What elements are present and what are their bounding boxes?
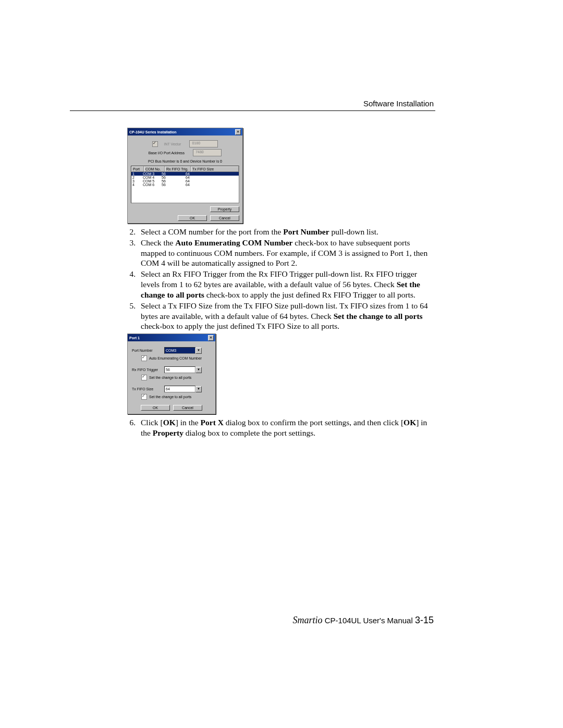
rx-fifo-dropdown[interactable]: 56 ▼ <box>164 366 202 373</box>
col-txfifo: Tx FIFO Size <box>191 166 239 172</box>
footer-product: CP-104UL User's Manual <box>323 616 415 625</box>
page-header: Software Installation <box>363 99 434 108</box>
ports-table: Port COM No. Rx FIFO Trig. Tx FIFO Size … <box>131 166 239 203</box>
chevron-down-icon[interactable]: ▼ <box>195 386 202 392</box>
table-row[interactable]: 3 COM 5 56 64 <box>131 179 239 183</box>
step-2: Select a COM number for the port from th… <box>138 227 435 237</box>
page: Software Installation CP-104U Series Ins… <box>0 0 563 728</box>
base-io-field: 7480 <box>193 149 222 156</box>
dialog-title: CP-104U Series Installation <box>129 130 177 134</box>
content: CP-104U Series Installation × INT Vector… <box>120 128 435 438</box>
int-vector-field: 0180 <box>189 140 218 147</box>
auto-enum-checkbox[interactable] <box>141 355 147 361</box>
tx-fifo-dropdown[interactable]: 64 ▼ <box>164 386 202 392</box>
dialog-titlebar: Port 1 × <box>128 334 215 341</box>
tx-fifo-label: Tx FIFO Size <box>132 387 164 391</box>
cancel-button[interactable]: Cancel <box>210 215 239 221</box>
cancel-button[interactable]: Cancel <box>173 405 202 411</box>
instruction-list-cont: Click [OK] in the Port X dialog box to c… <box>120 417 435 438</box>
property-button[interactable]: Property <box>210 206 239 212</box>
col-port: Port <box>131 166 144 172</box>
tx-apply-all-label: Set the change to all ports <box>149 395 191 399</box>
instruction-list: Select a COM number for the port from th… <box>120 227 435 331</box>
dialog-titlebar: CP-104U Series Installation × <box>128 128 242 135</box>
step-5: Select a Tx FIFO Size from the Tx FIFO S… <box>138 301 435 331</box>
header-rule <box>70 110 435 111</box>
port-dialog: Port 1 × Port Number COM3 ▼ Auto Enumera… <box>127 334 216 414</box>
table-row[interactable]: 2 COM 4 56 64 <box>131 176 239 179</box>
port-number-label: Port Number <box>132 349 164 352</box>
installation-dialog: CP-104U Series Installation × INT Vector… <box>127 128 243 224</box>
close-icon[interactable]: × <box>235 129 241 135</box>
col-comno: COM No. <box>144 166 165 172</box>
table-row[interactable]: 4 COM 6 56 64 <box>131 183 239 187</box>
pci-bus-text: PCI Bus Number is 0 and Device Number is… <box>148 159 222 163</box>
page-footer: Smartio CP-104UL User's Manual 3-15 <box>293 615 434 626</box>
int-vector-checkbox <box>152 141 158 147</box>
base-io-label: Base I/O Port Address <box>149 151 185 155</box>
step-3: Check the Auto Enumerating COM Number ch… <box>138 238 435 268</box>
chevron-down-icon[interactable]: ▼ <box>195 348 202 354</box>
close-icon[interactable]: × <box>208 335 214 341</box>
step-6: Click [OK] in the Port X dialog box to c… <box>138 417 435 438</box>
rx-fifo-label: Rx FIFO Trigger <box>132 368 164 372</box>
rx-apply-all-label: Set the change to all ports <box>149 376 191 379</box>
auto-enum-label: Auto Enumerating COM Number <box>149 356 202 360</box>
ok-button[interactable]: OK <box>178 215 207 221</box>
step-4: Select an Rx FIFO Trigger from the Rx FI… <box>138 269 435 300</box>
int-vector-label: INT Vector <box>164 142 181 146</box>
chevron-down-icon[interactable]: ▼ <box>195 367 202 373</box>
col-rxfifo: Rx FIFO Trig. <box>165 166 191 172</box>
port-number-dropdown[interactable]: COM3 ▼ <box>164 347 202 354</box>
footer-brand: Smartio <box>293 615 323 625</box>
tx-apply-all-checkbox[interactable] <box>141 394 147 400</box>
rx-apply-all-checkbox[interactable] <box>141 375 147 380</box>
dialog-title: Port 1 <box>129 336 140 340</box>
ok-button[interactable]: OK <box>141 405 170 411</box>
table-row[interactable]: 1 COM 3 56 64 <box>131 172 239 176</box>
footer-page: 3-15 <box>415 615 434 625</box>
